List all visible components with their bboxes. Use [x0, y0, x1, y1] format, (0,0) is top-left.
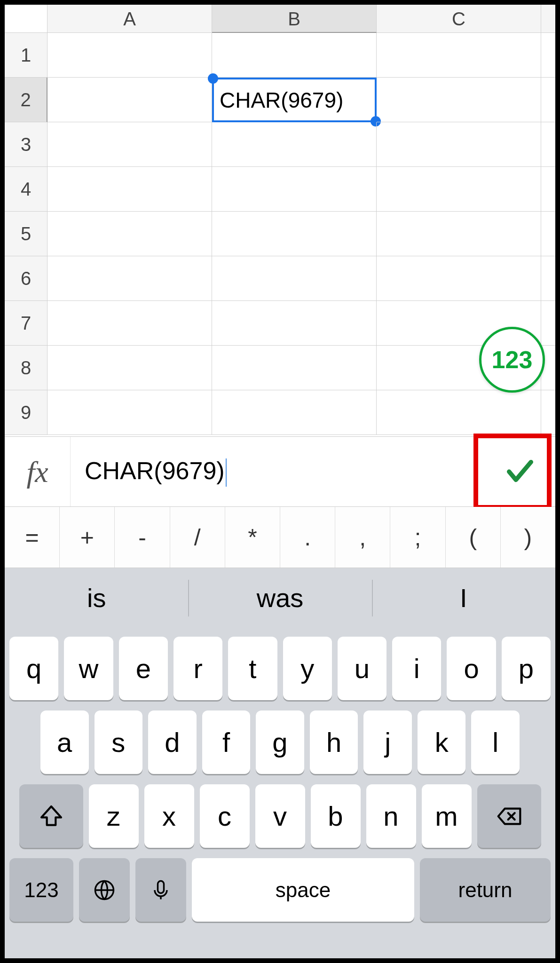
- suggestion-1[interactable]: is: [5, 568, 188, 628]
- row-header-2[interactable]: 2: [5, 78, 47, 122]
- cell-b8[interactable]: [212, 346, 377, 390]
- row-header-9[interactable]: 9: [5, 390, 47, 435]
- row-header-8[interactable]: 8: [5, 346, 47, 390]
- cell-a3[interactable]: [47, 122, 212, 167]
- cell-b2-selected[interactable]: CHAR(9679): [212, 78, 377, 122]
- globe-icon: [92, 878, 117, 902]
- cell-b1[interactable]: [212, 33, 377, 78]
- cell-b7[interactable]: [212, 301, 377, 346]
- key-x[interactable]: x: [144, 784, 194, 848]
- return-key[interactable]: return: [420, 858, 551, 922]
- key-f[interactable]: f: [202, 710, 251, 774]
- cell-a5[interactable]: [47, 212, 212, 256]
- checkmark-icon: [504, 455, 536, 488]
- row-header-4[interactable]: 4: [5, 167, 47, 212]
- key-u[interactable]: u: [338, 637, 386, 700]
- cell-a8[interactable]: [47, 346, 212, 390]
- selection-handle-top-left[interactable]: [208, 73, 218, 84]
- key-n[interactable]: n: [366, 784, 416, 848]
- key-s[interactable]: s: [95, 710, 143, 774]
- cell-c1[interactable]: [377, 33, 541, 78]
- key-o[interactable]: o: [447, 637, 496, 700]
- formula-bar: fx CHAR(9679): [5, 436, 555, 507]
- key-r[interactable]: r: [174, 637, 222, 700]
- key-e[interactable]: e: [119, 637, 168, 700]
- key-z[interactable]: z: [89, 784, 139, 848]
- symbol-semicolon[interactable]: ;: [390, 507, 445, 568]
- space-key[interactable]: space: [192, 858, 414, 922]
- key-l[interactable]: l: [471, 710, 520, 774]
- cell-b9[interactable]: [212, 390, 377, 435]
- cell-a9[interactable]: [47, 390, 212, 435]
- key-t[interactable]: t: [228, 637, 277, 700]
- on-screen-keyboard: q w e r t y u i o p a s d f g h j k l z …: [5, 628, 555, 958]
- select-all-corner[interactable]: [5, 5, 47, 33]
- column-header-c[interactable]: C: [377, 5, 541, 33]
- numeric-keypad-button[interactable]: 123: [479, 327, 545, 393]
- key-g[interactable]: g: [256, 710, 304, 774]
- cell-edge: [541, 212, 555, 256]
- row-header-7[interactable]: 7: [5, 301, 47, 346]
- cell-c5[interactable]: [377, 212, 541, 256]
- key-b[interactable]: b: [311, 784, 361, 848]
- symbol-comma[interactable]: ,: [335, 507, 390, 568]
- column-header-edge: [541, 5, 555, 33]
- key-k[interactable]: k: [418, 710, 466, 774]
- cell-a2[interactable]: [47, 78, 212, 122]
- cell-c3[interactable]: [377, 122, 541, 167]
- symbol-close-paren[interactable]: ): [501, 507, 555, 568]
- key-h[interactable]: h: [310, 710, 358, 774]
- shift-key[interactable]: [19, 784, 83, 848]
- cell-a6[interactable]: [47, 256, 212, 301]
- row-header-5[interactable]: 5: [5, 212, 47, 256]
- row-header-6[interactable]: 6: [5, 256, 47, 301]
- cell-a4[interactable]: [47, 167, 212, 212]
- backspace-key[interactable]: [477, 784, 541, 848]
- key-v[interactable]: v: [255, 784, 305, 848]
- cell-b6[interactable]: [212, 256, 377, 301]
- row-header-1[interactable]: 1: [5, 33, 47, 78]
- row-header-3[interactable]: 3: [5, 122, 47, 167]
- column-header-a[interactable]: A: [47, 5, 212, 33]
- key-q[interactable]: q: [9, 637, 58, 700]
- symbol-open-paren[interactable]: (: [446, 507, 501, 568]
- cell-b3[interactable]: [212, 122, 377, 167]
- key-p[interactable]: p: [502, 637, 551, 700]
- key-d[interactable]: d: [148, 710, 197, 774]
- fx-icon: fx: [5, 437, 71, 506]
- key-i[interactable]: i: [392, 637, 441, 700]
- numbers-key[interactable]: 123: [9, 858, 73, 922]
- cell-c6[interactable]: [377, 256, 541, 301]
- cell-c9[interactable]: [377, 390, 541, 435]
- key-c[interactable]: c: [200, 784, 250, 848]
- suggestion-2[interactable]: was: [188, 568, 371, 628]
- svg-rect-1: [158, 881, 164, 893]
- key-m[interactable]: m: [422, 784, 472, 848]
- key-a[interactable]: a: [40, 710, 89, 774]
- symbol-minus[interactable]: -: [115, 507, 170, 568]
- symbol-slash[interactable]: /: [170, 507, 225, 568]
- cell-a1[interactable]: [47, 33, 212, 78]
- key-y[interactable]: y: [283, 637, 332, 700]
- cell-a7[interactable]: [47, 301, 212, 346]
- symbol-period[interactable]: .: [280, 507, 335, 568]
- suggestion-3[interactable]: I: [372, 568, 555, 628]
- key-j[interactable]: j: [363, 710, 412, 774]
- confirm-button[interactable]: [485, 436, 555, 507]
- cell-edge: [541, 390, 555, 435]
- globe-key[interactable]: [79, 858, 130, 922]
- symbol-plus[interactable]: +: [60, 507, 115, 568]
- cell-b5[interactable]: [212, 212, 377, 256]
- symbol-asterisk[interactable]: *: [225, 507, 280, 568]
- dictation-key[interactable]: [135, 858, 186, 922]
- spreadsheet-grid[interactable]: A B C 1 2 CHAR(9679) 3: [5, 5, 555, 436]
- formula-input[interactable]: CHAR(9679): [71, 457, 485, 487]
- key-w[interactable]: w: [64, 637, 113, 700]
- column-header-b[interactable]: B: [212, 5, 377, 33]
- symbol-equals[interactable]: =: [5, 507, 60, 568]
- cell-c2[interactable]: [377, 78, 541, 122]
- cell-c4[interactable]: [377, 167, 541, 212]
- cell-edge: [541, 301, 555, 346]
- cell-b4[interactable]: [212, 167, 377, 212]
- symbol-toolbar: = + - / * . , ; ( ): [5, 507, 555, 568]
